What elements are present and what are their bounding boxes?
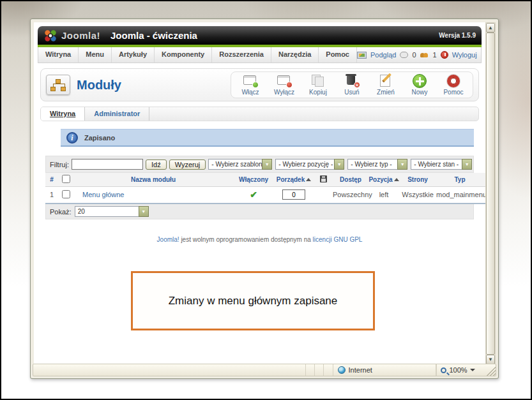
chevron-down-icon: ▼	[262, 159, 272, 170]
enable-button[interactable]: Włącz	[238, 74, 263, 96]
joomla-footer-link[interactable]: Joomla!	[157, 236, 179, 243]
filter-bar: Filtruj: Idź Wyzeruj - Wybierz szablon -…	[45, 156, 474, 173]
module-list: Filtruj: Idź Wyzeruj - Wybierz szablon -…	[45, 156, 474, 219]
scroll-up-button[interactable]: ▲	[486, 23, 495, 33]
cell-position: left	[369, 186, 399, 204]
menu-komponenty[interactable]: Komponenty	[155, 47, 212, 63]
chevron-down-icon: ▼	[397, 159, 407, 170]
page-title: Moduły	[77, 78, 121, 93]
filter-reset-button[interactable]: Wyzeruj	[169, 159, 206, 170]
cell-saveorder	[314, 186, 333, 204]
cell-num: 1	[45, 186, 58, 204]
cell-pages: Wszystkie	[399, 186, 436, 204]
messages-icon	[400, 52, 408, 58]
menu-rozszerzenia[interactable]: Rozszerzenia	[212, 47, 271, 63]
resize-grip[interactable]	[487, 364, 496, 376]
display-select[interactable]: 20 ▼	[75, 206, 149, 217]
sort-asc-icon	[306, 175, 311, 181]
security-zone: Internet	[333, 364, 436, 376]
menu-narzedzia[interactable]: Narzędzia	[271, 47, 319, 63]
col-access[interactable]: Dostęp	[333, 173, 369, 186]
filter-label: Filtruj:	[50, 161, 69, 168]
users-count[interactable]: 1	[433, 51, 437, 59]
cell-access[interactable]: Powszechny	[333, 186, 369, 204]
tab-administrator[interactable]: Administrator	[85, 107, 149, 121]
zoom-caret-icon[interactable]	[470, 369, 475, 374]
vertical-scrollbar[interactable]: ▲ ▼	[485, 22, 496, 365]
filter-input[interactable]	[72, 159, 143, 170]
scrollbar-thumb[interactable]	[486, 33, 495, 355]
row-checkbox[interactable]	[62, 190, 70, 198]
license-link[interactable]: licencji GNU GPL	[313, 236, 363, 243]
col-pages: Strony	[399, 173, 436, 186]
main-menubar: Witryna Menu Artykuły Komponenty Rozszer…	[38, 47, 482, 63]
pagination-bar: Pokaż: 20 ▼	[45, 204, 474, 219]
zoom-control[interactable]: 100%	[436, 364, 486, 376]
copy-button[interactable]: Kopiuj	[305, 74, 331, 96]
status-bar: Internet 100%	[33, 364, 496, 376]
status-segment	[314, 364, 323, 376]
col-position[interactable]: Pozycja	[369, 173, 399, 186]
check-all-checkbox[interactable]	[62, 175, 70, 183]
users-icon	[420, 52, 429, 59]
enable-icon	[242, 74, 259, 88]
zone-label: Internet	[349, 366, 372, 374]
delete-button[interactable]: × Usuń	[339, 74, 365, 96]
zoom-level: 100%	[449, 366, 467, 374]
chevron-down-icon: ▼	[334, 159, 344, 170]
annotation-box: Zmiany w menu głównym zapisane	[131, 271, 375, 330]
disable-icon	[276, 74, 293, 88]
admin-footer: Joomla! jest wolnym oprogramowaniem dost…	[40, 236, 479, 243]
col-saveorder[interactable]	[314, 173, 333, 186]
site-title: Joomla - ćwiczenia	[110, 30, 197, 41]
disable-button[interactable]: Wyłącz	[271, 74, 297, 96]
type-select[interactable]: - Wybierz typ - ▼	[347, 159, 407, 170]
cell-check	[58, 186, 73, 204]
col-order[interactable]: Porządek	[274, 173, 314, 186]
col-checkall	[58, 173, 73, 186]
modules-table: # Nazwa modułu Włączony Porządek Dostęp …	[45, 173, 485, 204]
plus-icon	[411, 74, 428, 88]
preview-link[interactable]: Podgląd	[370, 51, 396, 59]
col-num: #	[45, 173, 58, 186]
internet-zone-icon	[338, 366, 346, 374]
toolbar: Włącz Wyłącz Kopiuj ×	[231, 71, 473, 98]
filter-selects: - Wybierz szablon - ▼ - Wybierz pozycję …	[208, 159, 472, 170]
enabled-check-icon[interactable]: ✔	[250, 189, 257, 200]
quickbar: Podgląd 0 1 Wyloguj	[357, 47, 483, 63]
annotation-text: Zmiany w menu głównym zapisane	[169, 295, 338, 307]
edit-button[interactable]: Zmień	[373, 74, 399, 96]
table-header-row: # Nazwa modułu Włączony Porządek Dostęp …	[45, 173, 485, 186]
desktop-background: Joomla! Joomla - ćwiczenia Wersja 1.5.9 …	[0, 0, 532, 400]
save-order-icon[interactable]	[320, 175, 327, 182]
page-header-box: Moduły Włącz Wyłącz	[40, 68, 479, 101]
logout-link[interactable]: Wyloguj	[452, 51, 477, 59]
browser-window: Joomla! Joomla - ćwiczenia Wersja 1.5.9 …	[30, 19, 499, 379]
menu-witryna[interactable]: Witryna	[38, 47, 79, 63]
position-select[interactable]: - Wybierz pozycję - ▼	[275, 159, 344, 170]
messages-count[interactable]: 0	[412, 51, 416, 59]
copy-icon	[310, 74, 326, 88]
status-segment	[323, 364, 332, 376]
template-select[interactable]: - Wybierz szablon - ▼	[208, 159, 272, 170]
order-input[interactable]	[282, 189, 305, 200]
col-enabled[interactable]: Włączony	[233, 173, 274, 186]
col-name[interactable]: Nazwa modułu	[73, 173, 233, 186]
modules-icon	[46, 75, 70, 95]
admin-header: Joomla! Joomla - ćwiczenia Wersja 1.5.9	[38, 26, 482, 45]
status-spacer	[33, 364, 305, 376]
display-label: Pokaż:	[50, 208, 72, 216]
pencil-icon	[377, 74, 394, 88]
client-tabs: Witryna Administrator	[40, 107, 479, 121]
filter-go-button[interactable]: Idź	[146, 159, 167, 170]
state-select[interactable]: - Wybierz stan - ▼	[411, 159, 472, 170]
scroll-down-button[interactable]: ▼	[486, 355, 495, 364]
page-title-group: Moduły	[46, 75, 121, 95]
menu-artykuly[interactable]: Artykuły	[112, 47, 155, 63]
help-button[interactable]: Pomoc	[441, 74, 466, 96]
menu-pomoc[interactable]: Pomoc	[319, 47, 357, 63]
menu-menu[interactable]: Menu	[79, 47, 112, 63]
new-button[interactable]: Nowy	[407, 74, 432, 96]
tab-witryna[interactable]: Witryna	[41, 107, 85, 121]
module-name-link[interactable]: Menu główne	[82, 191, 124, 198]
